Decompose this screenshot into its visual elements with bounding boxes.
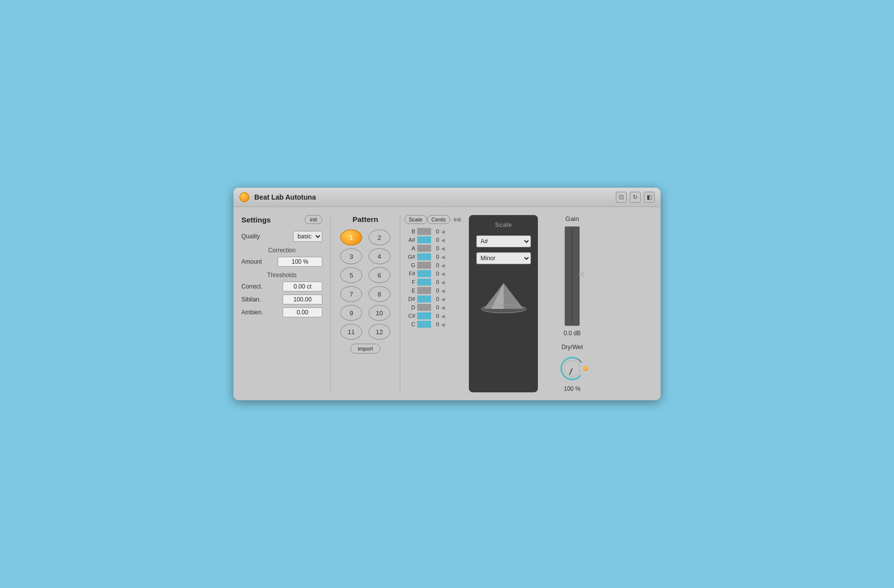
pattern-panel: Pattern 123456789101112 import xyxy=(331,215,400,392)
note-row-Csharp: C#0◀ xyxy=(404,312,461,319)
note-name: A# xyxy=(404,237,415,243)
note-arrow: ◀ xyxy=(441,254,445,260)
pattern-btn-8[interactable]: 8 xyxy=(369,286,390,302)
sibilan-input[interactable] xyxy=(283,294,322,304)
amount-input[interactable] xyxy=(278,257,322,267)
monitor-icon[interactable]: ⊡ xyxy=(616,192,627,203)
note-row-A: A0◀ xyxy=(404,245,461,252)
notes-rows: B0◀A#0◀A0◀G#0◀G0◀F#0◀F0◀E0◀D#0◀D0◀C#0◀C0… xyxy=(404,228,461,328)
note-value: 0 xyxy=(433,321,439,327)
note-row-Dsharp: D#0◀ xyxy=(404,295,461,302)
correction-label: Correction xyxy=(241,247,322,254)
note-bar[interactable] xyxy=(417,245,431,252)
settings-title: Settings xyxy=(241,216,271,224)
notes-init-label: Init xyxy=(453,217,461,222)
traffic-light-button[interactable] xyxy=(239,192,249,202)
note-row-Fsharp: F#0◀ xyxy=(404,270,461,277)
note-bar[interactable] xyxy=(417,295,431,302)
note-bar[interactable] xyxy=(417,262,431,269)
note-arrow: ◀ xyxy=(441,229,445,234)
note-arrow: ◀ xyxy=(441,296,445,302)
ambien-input[interactable] xyxy=(283,307,322,317)
import-button[interactable]: import xyxy=(350,344,380,354)
plugin-window: Beat Lab Autotuna ⊡ ↻ ◧ Settings init Qu… xyxy=(233,188,661,400)
note-bar[interactable] xyxy=(417,228,431,235)
pattern-btn-4[interactable]: 4 xyxy=(369,248,390,264)
ambien-row: Ambien. xyxy=(241,307,322,317)
note-value: 0 xyxy=(433,245,439,251)
note-arrow: ◀ xyxy=(441,280,445,285)
note-bar[interactable] xyxy=(417,287,431,294)
scale-box-title: Scale xyxy=(495,221,512,228)
note-value: 0 xyxy=(433,304,439,310)
scale-type-select[interactable]: Minor Major Chromatic xyxy=(476,252,531,264)
quality-row: Quality basic high xyxy=(241,231,322,242)
pattern-btn-6[interactable]: 6 xyxy=(369,267,390,283)
correct-input[interactable] xyxy=(283,282,322,292)
thresholds-label: Thresholds xyxy=(241,272,322,279)
note-bar[interactable] xyxy=(417,321,431,328)
pattern-btn-2[interactable]: 2 xyxy=(369,229,390,245)
note-bar[interactable] xyxy=(417,270,431,277)
drywet-value: 100 % xyxy=(564,385,581,392)
settings-panel: Settings init Quality basic high Correct… xyxy=(241,215,331,392)
note-value: 0 xyxy=(433,237,439,243)
pattern-btn-11[interactable]: 11 xyxy=(340,324,362,340)
note-name: G xyxy=(404,262,415,268)
pattern-btn-9[interactable]: 9 xyxy=(340,305,362,321)
note-row-G: G0◀ xyxy=(404,262,461,269)
note-value: 0 xyxy=(433,228,439,234)
gain-fader-track xyxy=(572,229,573,323)
note-name: A xyxy=(404,245,415,251)
correct-label: Correct. xyxy=(241,283,274,290)
note-name: G# xyxy=(404,254,415,260)
pattern-btn-7[interactable]: 7 xyxy=(340,286,362,302)
pattern-btn-3[interactable]: 3 xyxy=(340,248,362,264)
pattern-btn-5[interactable]: 5 xyxy=(340,267,362,283)
refresh-icon[interactable]: ↻ xyxy=(630,192,641,203)
pattern-btn-10[interactable]: 10 xyxy=(369,305,390,321)
note-arrow: ◀ xyxy=(441,246,445,251)
window-title: Beat Lab Autotuna xyxy=(254,193,316,201)
note-bar[interactable] xyxy=(417,304,431,311)
note-value: 0 xyxy=(433,313,439,319)
note-value: 0 xyxy=(433,262,439,268)
drywet-title: Dry/Wet xyxy=(561,344,583,351)
note-row-B: B0◀ xyxy=(404,228,461,235)
note-bar[interactable] xyxy=(417,236,431,243)
quality-select[interactable]: basic high xyxy=(293,231,322,242)
sibilan-row: Sibilan. xyxy=(241,294,322,304)
note-value: 0 xyxy=(433,279,439,285)
pattern-btn-12[interactable]: 12 xyxy=(369,324,390,340)
notes-tabs: Scale Cents Init xyxy=(404,215,461,224)
note-arrow: ◀ xyxy=(441,322,445,327)
settings-header: Settings init xyxy=(241,215,322,224)
cents-tab[interactable]: Cents xyxy=(427,215,450,224)
note-bar[interactable] xyxy=(417,312,431,319)
note-arrow: ◀ xyxy=(441,271,445,277)
note-arrow: ◀ xyxy=(441,288,445,294)
gain-fader[interactable] xyxy=(565,226,580,326)
note-name: C xyxy=(404,321,415,327)
amount-row: Amount xyxy=(241,257,322,267)
note-row-E: E0◀ xyxy=(404,287,461,294)
note-arrow: ◀ xyxy=(441,237,445,243)
scale-tab[interactable]: Scale xyxy=(404,215,427,224)
gain-db-value: 0.0 dB xyxy=(564,330,581,337)
ambien-label: Ambien. xyxy=(241,309,274,316)
drywet-knob[interactable] xyxy=(557,354,587,383)
note-bar[interactable] xyxy=(417,253,431,260)
init-button[interactable]: init xyxy=(304,215,322,224)
scale-logo xyxy=(479,279,528,314)
note-row-D: D0◀ xyxy=(404,304,461,311)
root-select[interactable]: A# A B C C# D D# E F F# G G# xyxy=(476,235,531,247)
note-bar[interactable] xyxy=(417,279,431,286)
note-arrow: ◀ xyxy=(441,263,445,268)
title-bar-right: ⊡ ↻ ◧ xyxy=(616,192,655,203)
gain-panel: Gain 0.0 dB Dry/Wet 1 xyxy=(542,215,596,392)
notes-panel: Scale Cents Init B0◀A#0◀A0◀G#0◀G0◀F#0◀F0… xyxy=(400,215,465,392)
pattern-btn-1[interactable]: 1 xyxy=(340,229,362,245)
title-bar: Beat Lab Autotuna ⊡ ↻ ◧ xyxy=(233,188,661,207)
note-arrow: ◀ xyxy=(441,305,445,310)
save-icon[interactable]: ◧ xyxy=(644,192,655,203)
